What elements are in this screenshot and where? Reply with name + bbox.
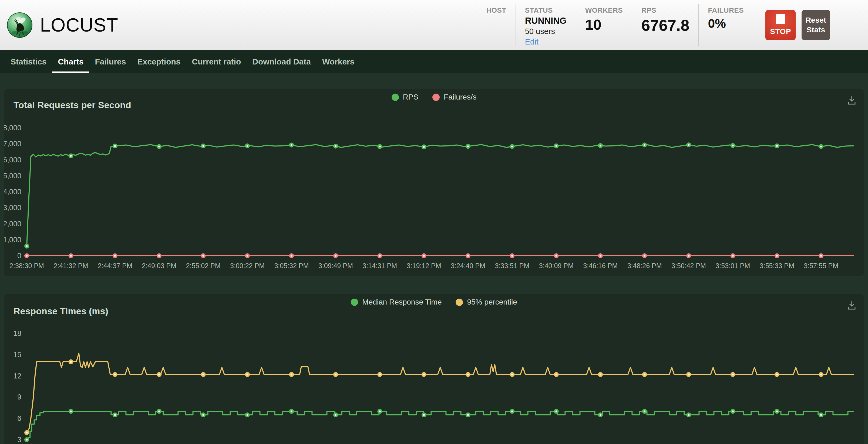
tab-statistics[interactable]: Statistics — [5, 50, 52, 73]
chart-title: Response Times (ms) — [13, 306, 108, 316]
data-point-marker-core — [70, 361, 71, 363]
legend-dot-icon — [351, 299, 358, 306]
data-point-marker-core — [688, 374, 689, 375]
legend-item[interactable]: Median Response Time — [351, 298, 441, 306]
data-point-marker-core — [776, 255, 778, 257]
data-point-marker-core — [202, 145, 204, 147]
x-axis-tick-label: 2:49:03 PM — [142, 262, 176, 270]
y-axis-tick-label: 8,000 — [4, 124, 21, 132]
y-axis-tick-label: 9 — [17, 393, 21, 401]
y-axis-tick-label: 6,000 — [4, 156, 21, 164]
host-label: HOST — [486, 6, 506, 14]
x-axis-tick-label: 3:57:55 PM — [804, 262, 838, 270]
tab-charts[interactable]: Charts — [52, 50, 89, 73]
data-point-marker-core — [467, 374, 469, 375]
legend-item[interactable]: Failures/s — [432, 93, 476, 101]
series-line — [27, 411, 854, 440]
data-point-marker-core — [290, 144, 292, 146]
data-point-marker-core — [335, 255, 337, 257]
data-point-marker-core — [511, 146, 513, 147]
chart-legend: Median Response Time95% percentile — [4, 298, 864, 306]
y-axis-tick-label: 3,000 — [4, 204, 21, 212]
y-axis-tick-label: 2,000 — [4, 220, 21, 228]
data-point-marker-core — [599, 414, 601, 416]
tab-failures[interactable]: Failures — [89, 50, 131, 73]
data-point-marker-core — [158, 255, 160, 257]
app-title: LOCUST — [40, 14, 118, 36]
charts-page: 8,0007,0006,0005,0004,0003,0002,0001,000… — [0, 73, 868, 444]
legend-label: Failures/s — [444, 93, 476, 101]
data-point-marker-core — [599, 255, 601, 257]
x-axis-tick-label: 3:33:51 PM — [495, 262, 529, 270]
workers-label: WORKERS — [585, 6, 623, 14]
data-point-marker-core — [511, 411, 513, 412]
download-chart-button[interactable] — [846, 299, 858, 311]
data-point-marker-core — [202, 374, 204, 375]
tab-current-ratio[interactable]: Current ratio — [186, 50, 247, 73]
data-point-marker-core — [26, 255, 28, 257]
x-axis-tick-label: 3:24:40 PM — [451, 262, 485, 270]
data-point-marker-core — [423, 414, 425, 416]
tab-download-data[interactable]: Download Data — [247, 50, 316, 73]
legend-label: 95% percentile — [467, 298, 517, 306]
app-header: LOCUST HOST STATUS RUNNING 50 users Edit… — [0, 0, 868, 50]
chart-legend: RPSFailures/s — [4, 93, 864, 101]
legend-item[interactable]: RPS — [392, 93, 418, 101]
rps-chart-panel: 8,0007,0006,0005,0004,0003,0002,0001,000… — [4, 89, 864, 276]
response-times-chart-plot: 181512963 — [4, 294, 864, 444]
stat-failures: FAILURES 0% — [699, 4, 753, 46]
reset-stats-button[interactable]: Reset Stats — [802, 10, 830, 40]
stat-status: STATUS RUNNING 50 users Edit — [516, 4, 576, 46]
data-point-marker-core — [114, 255, 116, 257]
x-axis-tick-label: 3:09:49 PM — [318, 262, 353, 270]
data-point-marker-core — [379, 411, 380, 412]
download-chart-button[interactable] — [846, 94, 858, 106]
stat-rps: RPS 6767.8 — [632, 4, 699, 46]
data-point-marker-core — [247, 145, 248, 147]
data-point-marker-core — [732, 255, 734, 257]
stat-workers: WORKERS 10 — [576, 4, 632, 46]
series-line — [27, 353, 854, 433]
data-point-marker-core — [379, 146, 380, 147]
data-point-marker-core — [70, 255, 71, 257]
data-point-marker-core — [114, 145, 116, 147]
stop-icon — [776, 14, 785, 24]
data-point-marker-core — [26, 439, 28, 441]
y-axis-tick-label: 12 — [13, 372, 21, 380]
data-point-marker-core — [732, 374, 734, 375]
x-axis-tick-label: 3:00:22 PM — [230, 262, 265, 270]
y-axis-tick-label: 15 — [13, 351, 21, 359]
x-axis-tick-label: 3:05:32 PM — [274, 262, 309, 270]
data-point-marker-core — [688, 255, 689, 257]
data-point-marker-core — [644, 255, 645, 257]
data-point-marker-core — [158, 411, 160, 412]
y-axis-tick-label: 4,000 — [4, 188, 21, 196]
data-point-marker-core — [511, 374, 513, 375]
data-point-marker-core — [247, 374, 248, 375]
data-point-marker-core — [70, 155, 71, 157]
legend-dot-icon — [456, 299, 463, 306]
y-axis-tick-label: 7,000 — [4, 140, 21, 148]
stop-button-label: STOP — [770, 27, 791, 36]
data-point-marker-core — [599, 145, 601, 146]
edit-users-link[interactable]: Edit — [525, 37, 567, 46]
data-point-marker-core — [467, 145, 469, 147]
data-point-marker-core — [423, 255, 425, 257]
y-axis-tick-label: 18 — [13, 329, 21, 337]
stop-button[interactable]: STOP — [765, 10, 796, 40]
header-stats: HOST STATUS RUNNING 50 users Edit WORKER… — [477, 4, 753, 46]
x-axis-tick-label: 3:55:33 PM — [760, 262, 794, 270]
legend-item[interactable]: 95% percentile — [456, 298, 517, 306]
data-point-marker-core — [158, 146, 160, 147]
data-point-marker-core — [467, 414, 469, 416]
data-point-marker-core — [820, 255, 822, 257]
x-axis-tick-label: 3:14:31 PM — [363, 262, 397, 270]
data-point-marker-core — [820, 146, 822, 147]
tab-exceptions[interactable]: Exceptions — [131, 50, 186, 73]
legend-dot-icon — [392, 94, 399, 101]
tab-workers[interactable]: Workers — [316, 50, 360, 73]
data-point-marker-core — [114, 414, 116, 416]
data-point-marker-core — [335, 374, 337, 375]
data-point-marker-core — [644, 374, 645, 375]
download-icon — [846, 299, 858, 311]
